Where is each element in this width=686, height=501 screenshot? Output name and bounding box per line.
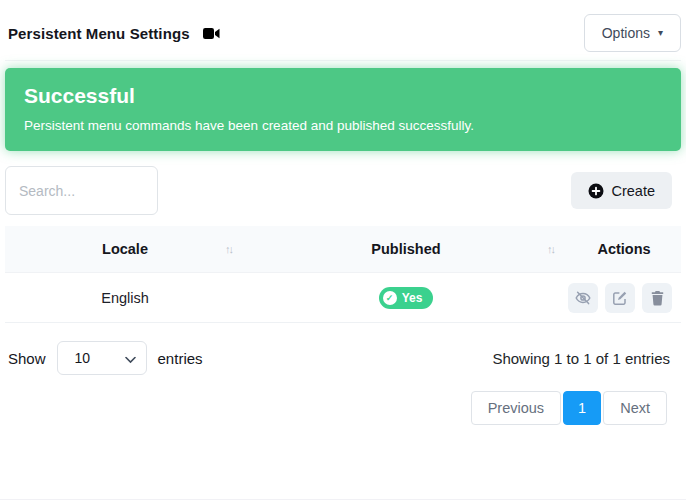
previous-button[interactable]: Previous	[471, 391, 561, 425]
alert-message: Persistent menu commands have been creat…	[24, 118, 662, 133]
entries-control: Show 10 entries	[8, 341, 203, 375]
badge-label: Yes	[402, 291, 423, 305]
caret-down-icon: ▾	[658, 28, 663, 38]
show-label: Show	[8, 350, 46, 367]
page: Persistent Menu Settings Options ▾ Succe…	[0, 0, 686, 501]
search-input[interactable]	[5, 166, 158, 215]
hide-action-button[interactable]	[568, 283, 598, 313]
edit-action-button[interactable]	[605, 283, 635, 313]
success-alert: Successful Persistent menu commands have…	[5, 68, 681, 151]
create-label: Create	[611, 183, 655, 199]
eye-slash-icon	[575, 290, 591, 306]
entries-label: entries	[158, 350, 203, 367]
showing-summary: Showing 1 to 1 of 1 entries	[492, 350, 681, 367]
page-title: Persistent Menu Settings	[8, 25, 190, 42]
create-button[interactable]: Create	[571, 172, 672, 209]
column-header-locale[interactable]: Locale ↑↓	[5, 241, 245, 257]
cell-locale: English	[5, 290, 245, 306]
toolbar: Create	[5, 166, 681, 215]
column-header-published[interactable]: Published ↑↓	[245, 241, 567, 257]
table-footer: Show 10 entries Showing 1 to 1 of 1 entr…	[5, 341, 681, 375]
options-label: Options	[602, 25, 650, 41]
pagination: Previous 1 Next	[5, 391, 681, 425]
check-circle-icon: ✓	[383, 291, 397, 305]
cell-published: ✓ Yes	[245, 287, 567, 309]
title-group: Persistent Menu Settings	[8, 25, 220, 42]
bottom-divider	[0, 499, 686, 500]
header: Persistent Menu Settings Options ▾	[5, 0, 681, 61]
locales-table: Locale ↑↓ Published ↑↓ Actions English ✓…	[5, 226, 681, 323]
alert-title: Successful	[24, 84, 662, 108]
table-row: English ✓ Yes	[5, 273, 681, 323]
plus-circle-icon	[588, 183, 604, 199]
edit-icon	[612, 290, 628, 306]
column-label: Published	[371, 241, 440, 257]
table-header: Locale ↑↓ Published ↑↓ Actions	[5, 226, 681, 273]
video-camera-icon	[203, 27, 220, 40]
sort-icon[interactable]: ↑↓	[225, 243, 232, 255]
options-button[interactable]: Options ▾	[584, 14, 681, 52]
column-label: Locale	[102, 241, 148, 257]
page-size-select-wrap: 10	[57, 341, 147, 375]
column-label: Actions	[597, 241, 650, 257]
page-1-button[interactable]: 1	[563, 391, 601, 425]
published-badge: ✓ Yes	[379, 287, 434, 309]
trash-icon	[650, 290, 665, 306]
sort-icon[interactable]: ↑↓	[547, 243, 554, 255]
cell-actions	[567, 283, 681, 313]
page-size-select[interactable]: 10	[57, 341, 147, 375]
delete-action-button[interactable]	[642, 283, 672, 313]
column-header-actions: Actions	[567, 241, 681, 257]
next-button[interactable]: Next	[603, 391, 667, 425]
